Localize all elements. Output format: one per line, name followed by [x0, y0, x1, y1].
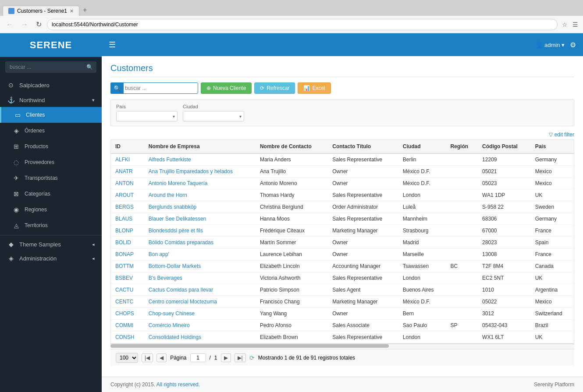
search-icon-button[interactable]: 🔍 [110, 82, 124, 94]
prev-page-button[interactable]: ◀ [156, 353, 167, 362]
rights-link[interactable]: All rights reserved. [156, 381, 200, 388]
company-name[interactable]: Cactus Comidas para llevar [144, 284, 256, 296]
table-row[interactable]: ALFKIAlfreds FutterkisteMaria AndersSale… [111, 153, 574, 166]
topbar-menu-button[interactable]: ☰ [109, 40, 116, 50]
topbar-user-button[interactable]: 👤 admin ▾ [536, 42, 565, 48]
cell: Argentina [531, 284, 574, 296]
company-name[interactable]: Antonio Moreno Taquería [144, 178, 256, 189]
table-row[interactable]: CHOPSChop-suey ChineseYang WangOwnerBern… [111, 308, 574, 320]
search-input[interactable] [110, 82, 198, 94]
new-tab-button[interactable]: + [79, 4, 90, 16]
sidebar-item-regiones[interactable]: ◉ Regiones [0, 202, 102, 217]
sidebar-item-clientes[interactable]: ▭ Clientes [0, 107, 102, 123]
topbar-share-button[interactable]: ⚙ [570, 41, 576, 49]
excel-button[interactable]: 📊 Excel [298, 82, 331, 94]
customer-id[interactable]: CACTU [111, 284, 144, 296]
back-button[interactable]: ← [4, 20, 16, 29]
table-row[interactable]: BOTTMBottom-Dollar MarketsElizabeth Linc… [111, 260, 574, 272]
customer-id[interactable]: ANATR [111, 166, 144, 178]
sidebar-group-theme-samples[interactable]: ◆ Theme Samples ◂ [0, 237, 102, 251]
page-number-input[interactable] [190, 353, 206, 362]
forward-button[interactable]: → [18, 20, 31, 29]
browser-tabs: Customers - Serene1 ✕ + [0, 0, 583, 16]
close-tab-button[interactable]: ✕ [70, 8, 74, 14]
table-row[interactable]: ANTONAntonio Moreno TaqueríaAntonio More… [111, 178, 574, 189]
customer-id[interactable]: AROUT [111, 189, 144, 201]
scrollbar-thumb[interactable] [110, 344, 389, 348]
cell: Switzerland [531, 308, 574, 320]
table-row[interactable]: BONAPBon app'Laurence LebihanOwnerMarsei… [111, 249, 574, 260]
customer-id[interactable]: ALFKI [111, 153, 144, 166]
filter-pais-group: País ▾ [116, 104, 178, 121]
active-tab[interactable]: Customers - Serene1 ✕ [3, 6, 79, 16]
sidebar-item-categorias[interactable]: ⊠ Categorías [0, 186, 102, 202]
table-row[interactable]: CACTUCactus Comidas para llevarPatricio … [111, 284, 574, 296]
transportistas-icon: ✈ [12, 175, 20, 182]
company-name[interactable]: Alfreds Futterkiste [144, 153, 256, 166]
reload-button[interactable]: ↻ [33, 19, 44, 29]
customer-id[interactable]: BONAP [111, 249, 144, 260]
company-name[interactable]: Blondesddsl père et fils [144, 225, 256, 237]
company-name[interactable]: Ana Trujillo Emparedados y helados [144, 166, 256, 178]
refresh-data-button[interactable]: ⟳ [249, 354, 255, 361]
sidebar-item-ordenes[interactable]: ◈ Órdenes [0, 123, 102, 139]
refrescar-button[interactable]: ⟳ Refrescar [254, 82, 295, 94]
sidebar-item-transportistas[interactable]: ✈ Transportistas [0, 170, 102, 186]
sidebar-group-administracion[interactable]: ◈ Administración ◂ [0, 251, 102, 265]
customer-id[interactable]: CENTC [111, 296, 144, 308]
bookmark-icon[interactable]: ☆ [560, 20, 569, 29]
page-size-select[interactable]: 102550100200 [116, 353, 138, 363]
sidebar-item-salpicadero[interactable]: ⊙ Salpicadero [0, 77, 102, 93]
filter-ciudad-select[interactable] [183, 111, 244, 121]
filter-pais-select[interactable] [116, 111, 178, 121]
table-row[interactable]: AROUTAround the HornThomas HardySales Re… [111, 189, 574, 201]
company-name[interactable]: Bottom-Dollar Markets [144, 260, 256, 272]
sidebar-item-productos[interactable]: ⊞ Productos [0, 139, 102, 154]
edit-filter-button[interactable]: ▽ edit filter [549, 132, 574, 138]
sidebar-item-territorios[interactable]: ◬ Territorios [0, 217, 102, 233]
address-bar[interactable] [47, 19, 558, 30]
pagination-info: Mostrando 1 de 91 de 91 registros totale… [258, 355, 355, 361]
customer-id[interactable]: CHOPS [111, 308, 144, 320]
company-name[interactable]: Comércio Mineiro [144, 320, 256, 331]
customer-id[interactable]: BLONP [111, 225, 144, 237]
company-name[interactable]: Around the Horn [144, 189, 256, 201]
filters-section: País ▾ Ciudad [110, 99, 574, 126]
company-name[interactable]: Bon app' [144, 249, 256, 260]
customer-id[interactable]: COMMI [111, 320, 144, 331]
customer-id[interactable]: BOLID [111, 237, 144, 249]
next-page-button[interactable]: ▶ [221, 353, 231, 362]
table-row[interactable]: COMMIComércio MineiroPedro AfonsoSales A… [111, 320, 574, 331]
table-row[interactable]: BERGSBerglunds snabbköpChristina Berglun… [111, 201, 574, 213]
table-row[interactable]: CENTCCentro comercial MoctezumaFrancisco… [111, 296, 574, 308]
sidebar-group-northwind[interactable]: ⚓ Northwind ▾ [0, 93, 102, 107]
table-row[interactable]: BOLIDBólido Comidas preparadasMartín Som… [111, 237, 574, 249]
customer-id[interactable]: ANTON [111, 178, 144, 189]
customer-id[interactable]: CONSH [111, 331, 144, 343]
table-row[interactable]: BLAUSBlauer See DelikatessenHanna MoosSa… [111, 213, 574, 225]
menu-icon[interactable]: ☰ [571, 20, 579, 29]
first-page-button[interactable]: |◀ [142, 353, 153, 362]
regiones-icon: ◉ [12, 206, 20, 213]
table-row[interactable]: ANATRAna Trujillo Emparedados y heladosA… [111, 166, 574, 178]
sidebar-search-input[interactable] [5, 61, 96, 73]
company-name[interactable]: Centro comercial Moctezuma [144, 296, 256, 308]
last-page-button[interactable]: ▶| [235, 353, 246, 362]
company-name[interactable]: Berglunds snabbköp [144, 201, 256, 213]
customer-id[interactable]: BSBEV [111, 272, 144, 284]
sidebar-label-productos: Productos [25, 143, 48, 150]
customer-id[interactable]: BLAUS [111, 213, 144, 225]
nueva-cliente-button[interactable]: ⊕ Nueva Cliente [201, 82, 252, 94]
company-name[interactable]: Blauer See Delikatessen [144, 213, 256, 225]
horizontal-scrollbar[interactable] [110, 344, 574, 349]
customer-id[interactable]: BOTTM [111, 260, 144, 272]
customer-id[interactable]: BERGS [111, 201, 144, 213]
company-name[interactable]: Chop-suey Chinese [144, 308, 256, 320]
company-name[interactable]: Consolidated Holdings [144, 331, 256, 343]
company-name[interactable]: Bólido Comidas preparadas [144, 237, 256, 249]
company-name[interactable]: B's Beverages [144, 272, 256, 284]
table-row[interactable]: CONSHConsolidated HoldingsElizabeth Brow… [111, 331, 574, 343]
table-row[interactable]: BLONPBlondesddsl père et filsFrédérique … [111, 225, 574, 237]
table-row[interactable]: BSBEVB's BeveragesVictoria AshworthSales… [111, 272, 574, 284]
sidebar-item-proveedores[interactable]: ◌ Proveedores [0, 154, 102, 170]
